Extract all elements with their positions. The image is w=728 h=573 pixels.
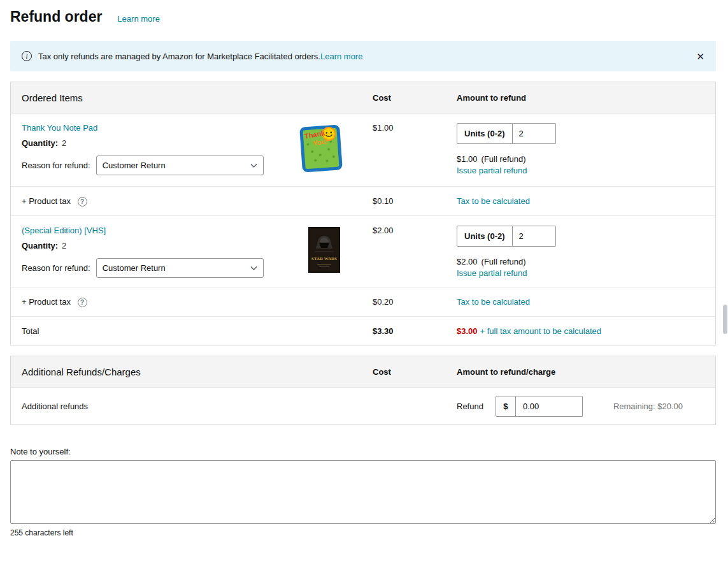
cost-column-header: Cost: [373, 367, 457, 377]
refund-order-page: Refund order Learn more i Tax only refun…: [0, 0, 728, 537]
additional-refund-amount-input[interactable]: [516, 396, 583, 417]
quantity-value: 2: [62, 241, 66, 250]
banner-text: Tax only refunds are managed by Amazon f…: [38, 52, 320, 61]
ordered-items-section: Ordered Items Cost Amount to refund Than…: [10, 82, 716, 345]
reason-for-refund-select[interactable]: Customer Return: [96, 258, 264, 278]
units-control: Units (0-2): [457, 226, 556, 247]
info-icon: i: [22, 51, 32, 61]
item-title-link[interactable]: Thank You Note Pad: [22, 123, 97, 133]
full-refund-note: (Full refund): [482, 154, 526, 164]
table-row: Thank You Note Pad Quantity:2 Reason for…: [11, 113, 715, 187]
total-refund-note: + full tax amount to be calculated: [480, 326, 601, 336]
svg-text:STAR WARS: STAR WARS: [311, 256, 337, 261]
ordered-items-title: Ordered Items: [22, 92, 83, 103]
units-input[interactable]: [513, 123, 556, 144]
ordered-items-header: Ordered Items Cost Amount to refund: [11, 82, 715, 113]
reason-for-refund-label: Reason for refund:: [22, 263, 90, 273]
refund-amount-text: $1.00: [457, 154, 478, 164]
additional-refunds-label: Additional refunds: [11, 402, 373, 411]
quantity-value: 2: [62, 138, 66, 148]
units-input[interactable]: [513, 226, 556, 247]
tax-status-text: Tax to be calculated: [457, 297, 530, 307]
amount-refund-charge-header: Amount to refund/charge: [457, 367, 715, 377]
units-range-label: Units (0-2): [457, 226, 513, 247]
issue-partial-refund-link[interactable]: Issue partial refund: [457, 166, 527, 175]
page-title: Refund order: [10, 8, 102, 25]
tax-cost: $0.10: [373, 196, 457, 206]
tax-status-text: Tax to be calculated: [457, 196, 530, 206]
banner-learn-more-link[interactable]: Learn more: [320, 52, 362, 61]
banner-text-wrap: Tax only refunds are managed by Amazon f…: [38, 52, 362, 61]
additional-refunds-header: Additional Refunds/Charges Cost Amount t…: [11, 356, 715, 388]
item-cost: $2.00: [373, 226, 457, 278]
product-tax-label: + Product tax: [22, 196, 71, 206]
total-label: Total: [11, 326, 373, 336]
amount-column-header: Amount to refund: [457, 93, 715, 103]
thank-you-note-pad-product-image: Thank You!: [298, 122, 344, 175]
tax-cost: $0.20: [373, 297, 457, 307]
characters-left-text: 255 characters left: [10, 528, 716, 537]
product-tax-row: + Product tax ? $0.10 Tax to be calculat…: [11, 187, 715, 216]
currency-symbol: $: [496, 396, 516, 417]
tax-info-banner: i Tax only refunds are managed by Amazon…: [10, 41, 716, 71]
full-refund-note: (Full refund): [482, 257, 526, 266]
product-tax-row: + Product tax ? $0.20 Tax to be calculat…: [11, 287, 715, 317]
units-control: Units (0-2): [457, 123, 556, 144]
help-icon[interactable]: ?: [78, 197, 87, 207]
additional-refunds-section: Additional Refunds/Charges Cost Amount t…: [10, 356, 716, 425]
total-refund-amount: $3.00: [457, 326, 478, 336]
page-learn-more-link[interactable]: Learn more: [117, 14, 159, 24]
scrollbar-thumb[interactable]: [723, 305, 727, 334]
star-wars-vhs-product-image: STAR WARS: [308, 227, 340, 273]
page-header: Refund order Learn more: [10, 8, 716, 25]
refund-label: Refund: [457, 402, 483, 411]
quantity-label: Quantity:: [22, 138, 58, 148]
total-cost: $3.30: [373, 326, 457, 336]
remaining-amount-text: Remaining: $20.00: [613, 402, 683, 411]
quantity-label: Quantity:: [22, 241, 58, 250]
units-range-label: Units (0-2): [457, 123, 513, 144]
reason-for-refund-select[interactable]: Customer Return: [96, 156, 264, 175]
cost-column-header: Cost: [373, 93, 457, 103]
additional-refunds-title: Additional Refunds/Charges: [22, 366, 141, 377]
additional-refunds-row: Additional refunds Refund $ Remaining: $…: [11, 388, 715, 424]
reason-for-refund-label: Reason for refund:: [22, 161, 90, 170]
total-row: Total $3.30 $3.00+ full tax amount to be…: [11, 317, 715, 345]
item-cost: $1.00: [373, 123, 457, 177]
close-icon[interactable]: ✕: [696, 52, 704, 61]
note-section: Note to yourself: 255 characters left: [10, 447, 716, 537]
note-label: Note to yourself:: [10, 447, 716, 456]
item-title-link[interactable]: (Special Edition) [VHS]: [22, 226, 106, 235]
help-icon[interactable]: ?: [78, 298, 87, 307]
note-to-yourself-textarea[interactable]: [10, 460, 716, 524]
product-tax-label: + Product tax: [22, 297, 71, 307]
issue-partial-refund-link[interactable]: Issue partial refund: [457, 268, 527, 278]
refund-amount-text: $2.00: [457, 257, 478, 266]
table-row: (Special Edition) [VHS] Quantity:2 Reaso…: [11, 216, 715, 287]
